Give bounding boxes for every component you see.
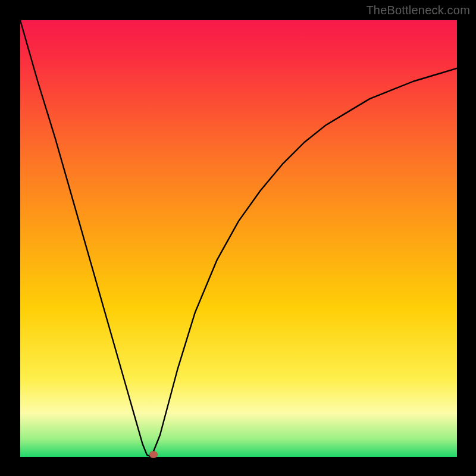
watermark-text: TheBottleneck.com [366, 4, 470, 17]
curve-svg [20, 20, 457, 457]
bottleneck-curve [20, 20, 457, 457]
optimum-marker [149, 451, 158, 458]
plot-area [20, 20, 457, 457]
chart-frame: TheBottleneck.com [0, 0, 476, 476]
